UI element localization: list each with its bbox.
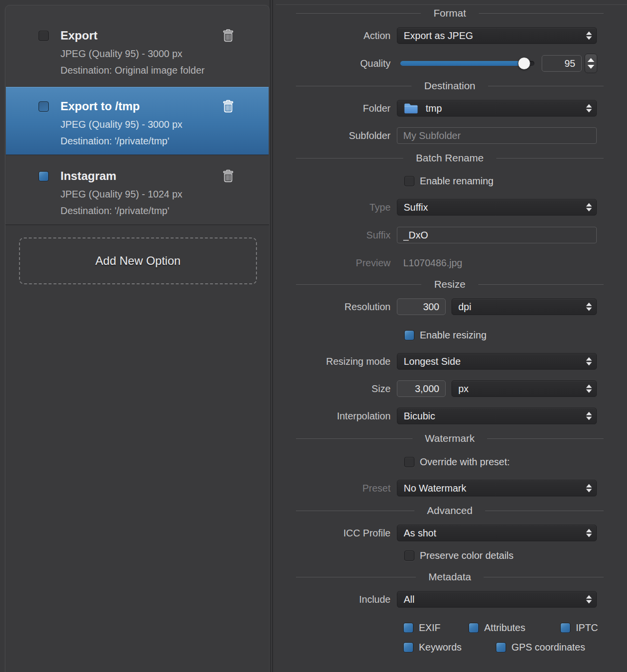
resizing-mode-dropdown[interactable]: Longest Side <box>397 353 597 370</box>
include-row: Include All <box>273 591 627 608</box>
preset-row: Preset No Watermark <box>273 480 627 496</box>
trash-icon[interactable] <box>222 169 235 185</box>
folder-icon <box>404 103 418 114</box>
icc-profile-value: As shot <box>404 528 436 539</box>
metadata-flags-row-1: EXIF Attributes IPTC <box>273 622 627 633</box>
quality-slider[interactable] <box>400 57 534 70</box>
action-dropdown[interactable]: Export as JPEG <box>397 27 597 44</box>
up-down-arrows-icon <box>586 303 592 311</box>
quality-value-input[interactable] <box>542 55 582 72</box>
section-header-format: Format <box>296 7 604 20</box>
add-new-option-button[interactable]: Add New Option <box>19 237 257 284</box>
size-input[interactable] <box>397 380 446 397</box>
action-row: Action Export as JPEG <box>273 27 627 44</box>
list-item-export[interactable]: Export JPEG (Quality 95) - 3000 px Desti… <box>6 16 269 84</box>
quality-label: Quality <box>273 58 397 69</box>
item-title: Instagram <box>60 169 117 183</box>
subfolder-input[interactable] <box>397 127 597 144</box>
action-label: Action <box>273 30 397 41</box>
item-title: Export to /tmp <box>60 99 140 113</box>
trash-icon[interactable] <box>222 99 235 115</box>
resolution-label: Resolution <box>273 301 397 313</box>
list-item-instagram[interactable]: Instagram JPEG (Quality 95) - 1024 px De… <box>6 157 269 224</box>
resolution-row: Resolution dpi <box>273 298 627 315</box>
up-down-arrows-icon <box>586 357 592 366</box>
enable-resizing-row: Enable resizing <box>273 329 627 341</box>
rename-type-dropdown[interactable]: Suffix <box>397 199 597 216</box>
interpolation-label: Interpolation <box>273 411 397 422</box>
item-format-line: JPEG (Quality 95) - 3000 px <box>60 119 182 130</box>
section-header-batch-rename: Batch Rename <box>296 152 604 164</box>
quality-row: Quality <box>273 54 627 73</box>
quality-stepper[interactable] <box>585 54 597 73</box>
section-header-watermark: Watermark <box>296 432 604 445</box>
up-down-arrows-icon <box>586 104 592 113</box>
folder-row: Folder tmp <box>273 100 627 117</box>
preserve-color-row: Preserve color details <box>273 550 627 561</box>
item-checkbox[interactable] <box>39 31 49 41</box>
icc-profile-dropdown[interactable]: As shot <box>397 525 597 541</box>
size-unit-value: px <box>458 383 469 395</box>
preserve-color-label: Preserve color details <box>420 550 513 561</box>
icc-profile-row: ICC Profile As shot <box>273 525 627 541</box>
interpolation-value: Bicubic <box>404 411 435 422</box>
icc-profile-label: ICC Profile <box>273 528 397 539</box>
preset-label: Preset <box>273 483 397 494</box>
preview-label: Preview <box>273 257 397 269</box>
up-down-arrows-icon <box>586 529 592 537</box>
up-down-arrows-icon <box>586 412 592 420</box>
metadata-flags-row-2: Keywords GPS coordinates <box>273 641 627 653</box>
list-lower-area <box>5 225 269 672</box>
exif-label: EXIF <box>419 622 440 633</box>
stepper-up-icon[interactable] <box>588 58 594 62</box>
include-value: All <box>404 594 414 605</box>
suffix-input[interactable] <box>397 227 597 243</box>
enable-renaming-checkbox[interactable] <box>404 176 414 186</box>
preview-row: Preview L1070486.jpg <box>273 257 627 269</box>
resolution-unit-dropdown[interactable]: dpi <box>451 298 597 315</box>
iptc-label: IPTC <box>576 622 598 633</box>
item-destination-line: Destination: Original image folder <box>60 65 205 76</box>
resolution-unit-value: dpi <box>458 301 471 313</box>
up-down-arrows-icon <box>586 385 592 393</box>
enable-resizing-label: Enable resizing <box>420 330 487 341</box>
rename-type-value: Suffix <box>404 202 428 213</box>
trash-icon[interactable] <box>222 29 235 44</box>
enable-renaming-row: Enable renaming <box>273 175 627 187</box>
suffix-row: Suffix <box>273 227 627 243</box>
size-label: Size <box>273 383 397 395</box>
interpolation-row: Interpolation Bicubic <box>273 408 627 424</box>
interpolation-dropdown[interactable]: Bicubic <box>397 408 597 424</box>
include-dropdown[interactable]: All <box>397 591 597 608</box>
preset-dropdown[interactable]: No Watermark <box>397 480 597 496</box>
section-header-resize: Resize <box>296 278 604 291</box>
resolution-input[interactable] <box>397 298 446 315</box>
include-label: Include <box>273 594 397 605</box>
keywords-label: Keywords <box>419 642 462 653</box>
section-header-metadata: Metadata <box>296 571 604 583</box>
resizing-mode-label: Resizing mode <box>273 356 397 367</box>
up-down-arrows-icon <box>586 595 592 604</box>
size-row: Size px <box>273 380 627 397</box>
action-value: Export as JPEG <box>404 30 473 41</box>
item-checkbox[interactable] <box>39 171 49 181</box>
enable-resizing-checkbox[interactable] <box>404 330 414 340</box>
item-checkbox[interactable] <box>39 101 49 112</box>
stepper-down-icon[interactable] <box>588 65 594 69</box>
suffix-label: Suffix <box>273 230 397 241</box>
up-down-arrows-icon <box>586 32 592 40</box>
override-preset-checkbox[interactable] <box>404 457 414 467</box>
folder-value: tmp <box>426 103 442 114</box>
exif-checkbox[interactable] <box>403 623 413 633</box>
folder-label: Folder <box>273 103 397 114</box>
size-unit-dropdown[interactable]: px <box>451 380 597 397</box>
gps-coordinates-checkbox[interactable] <box>496 642 506 652</box>
list-item-export-to-tmp[interactable]: Export to /tmp JPEG (Quality 95) - 3000 … <box>6 87 269 155</box>
attributes-checkbox[interactable] <box>469 623 479 633</box>
keywords-checkbox[interactable] <box>403 642 413 652</box>
folder-dropdown[interactable]: tmp <box>397 100 597 117</box>
iptc-checkbox[interactable] <box>560 623 570 633</box>
slider-knob[interactable] <box>518 57 530 70</box>
preserve-color-checkbox[interactable] <box>404 551 414 561</box>
item-format-line: JPEG (Quality 95) - 3000 px <box>60 48 182 59</box>
